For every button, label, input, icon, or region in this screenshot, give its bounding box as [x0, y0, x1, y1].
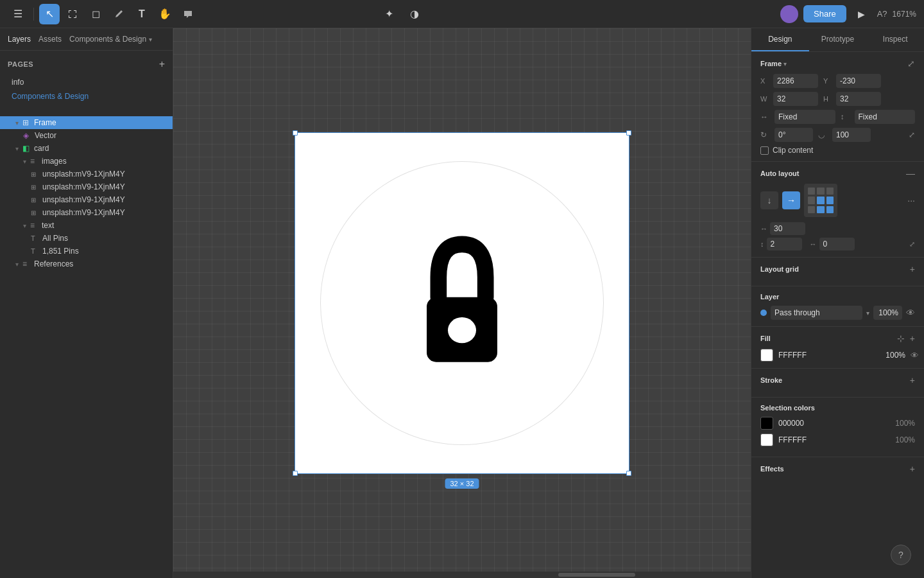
- img2-icon: ⊞: [31, 184, 40, 191]
- img1-layer-item[interactable]: ⊞ unsplash:mV9-1XjnM4Y: [0, 168, 173, 180]
- fill-eye-button[interactable]: 👁: [911, 351, 919, 360]
- left-panel: Layers Assets Components & Design ▾ Page…: [0, 28, 173, 578]
- svg-rect-5: [76, 10, 76, 13]
- fill-add-btn[interactable]: +: [910, 333, 915, 344]
- share-button[interactable]: Share: [803, 5, 846, 22]
- select-tool-button[interactable]: ↖: [39, 4, 60, 24]
- sel-color-1-swatch[interactable]: [760, 417, 773, 430]
- lock-icon: [398, 232, 526, 374]
- layer-section-title: Layer: [760, 293, 779, 301]
- frame-resize-icon[interactable]: ⤢: [907, 58, 915, 69]
- al-expand-padding-icon[interactable]: ⤢: [909, 240, 915, 249]
- frame-section-header: Frame ▾ ⤢: [760, 58, 915, 69]
- layers-tab[interactable]: Layers: [8, 33, 31, 45]
- play-button[interactable]: ▶: [851, 4, 872, 24]
- resize-handle-tl[interactable]: [293, 130, 298, 136]
- components-tab[interactable]: Components & Design ▾: [69, 35, 152, 44]
- al-cell-7: [808, 206, 815, 213]
- vector-layer-item[interactable]: ◈ Vector: [0, 129, 173, 142]
- frame-container[interactable]: 32 × 32: [295, 132, 629, 474]
- constraint-v-select[interactable]: FixedHugFill: [855, 110, 916, 124]
- stroke-section: Stroke +: [751, 369, 924, 398]
- resize-handle-tr[interactable]: [626, 130, 631, 136]
- hand-tool-button[interactable]: ✋: [155, 4, 175, 24]
- help-button[interactable]: ?: [891, 545, 911, 565]
- theme-icon-button[interactable]: ◑: [404, 4, 425, 24]
- frame-layer-item[interactable]: ▾ ⊞ Frame: [0, 116, 173, 129]
- auto-layout-header: Auto layout —: [760, 168, 915, 179]
- w-input[interactable]: [773, 92, 818, 106]
- card-layer-item[interactable]: ▾ ◧ card: [0, 142, 173, 155]
- sel-color-2-opacity: 100%: [895, 435, 915, 444]
- y-input[interactable]: [836, 74, 881, 88]
- clip-content-label: Clip content: [773, 146, 813, 155]
- references-layer-item[interactable]: ▾ ≡ References: [0, 258, 173, 270]
- prototype-tab[interactable]: Prototype: [809, 28, 867, 51]
- add-page-button[interactable]: +: [159, 58, 165, 70]
- images-layer-item[interactable]: ▾ ≡ images: [0, 155, 173, 168]
- frame-tool-button[interactable]: [62, 4, 83, 24]
- effects-add-btn[interactable]: +: [910, 464, 915, 474]
- canvas-scrollbar-h[interactable]: [173, 572, 751, 578]
- assets-tab[interactable]: Assets: [38, 33, 62, 45]
- pen-tool-button[interactable]: [108, 4, 129, 24]
- pages-section: Pages + info Components & Design: [0, 51, 173, 111]
- sel-color-row-2: FFFFFF 100%: [760, 434, 915, 446]
- layer-eye-button[interactable]: 👁: [906, 308, 915, 318]
- img3-layer-item[interactable]: ⊞ unsplash:mV9-1XjnM4Y: [0, 193, 173, 206]
- info-page-item[interactable]: info: [8, 75, 165, 89]
- img2-layer-item[interactable]: ⊞ unsplash:mV9-1XjnM4Y: [0, 180, 173, 193]
- blend-dot: [760, 310, 767, 316]
- rotation-input[interactable]: [774, 128, 813, 142]
- stroke-add-btn[interactable]: +: [910, 375, 915, 385]
- fill-hex-input[interactable]: [778, 351, 875, 360]
- img1-icon: ⊞: [31, 171, 40, 178]
- constraint-h-select[interactable]: FixedHugFill: [774, 110, 835, 124]
- x-input[interactable]: [773, 74, 818, 88]
- fill-opacity-input[interactable]: [880, 351, 905, 360]
- auto-layout-remove-btn[interactable]: —: [906, 168, 915, 179]
- allpins-name: All Pins: [42, 234, 68, 243]
- corner-input[interactable]: [832, 128, 871, 142]
- inspect-tab[interactable]: Inspect: [866, 28, 924, 51]
- plugin-icon-button[interactable]: ✦: [379, 4, 399, 24]
- al-padding-h-input[interactable]: [767, 238, 802, 250]
- al-spacing-input[interactable]: [770, 222, 805, 235]
- design-tab[interactable]: Design: [751, 28, 809, 51]
- blend-mode-select[interactable]: Pass through Normal Multiply Screen Over…: [771, 306, 862, 320]
- sel-color-2-swatch[interactable]: [760, 434, 773, 446]
- 1851pins-layer-item[interactable]: T 1,851 Pins: [0, 245, 173, 258]
- resize-handle-bl[interactable]: [293, 471, 298, 476]
- al-down-btn[interactable]: ↓: [760, 191, 778, 209]
- text-layer-chevron: ▾: [23, 222, 26, 229]
- w-label: W: [760, 95, 768, 103]
- text-tool-button[interactable]: T: [132, 4, 152, 24]
- svg-rect-7: [76, 15, 76, 18]
- fill-color-swatch[interactable]: [760, 349, 773, 362]
- fill-target-icon[interactable]: ⊹: [897, 333, 905, 344]
- components-design-page-item[interactable]: Components & Design: [8, 89, 165, 103]
- menu-button[interactable]: ☰: [8, 4, 28, 24]
- references-name: References: [34, 259, 73, 268]
- img3-icon: ⊞: [31, 197, 40, 204]
- al-right-btn[interactable]: →: [782, 191, 800, 209]
- resize-handle-br[interactable]: [626, 471, 631, 476]
- text-layer-item[interactable]: ▾ ≡ text: [0, 219, 173, 232]
- al-padding-v-input[interactable]: [819, 238, 855, 250]
- layout-grid-add-btn[interactable]: +: [910, 264, 915, 274]
- img4-layer-item[interactable]: ⊞ unsplash:mV9-1XjnM4Y: [0, 206, 173, 219]
- al-cell-6: [826, 197, 834, 204]
- canvas-area[interactable]: Frame 32 × 32: [173, 28, 751, 578]
- circle-background: [321, 162, 603, 444]
- al-more-btn[interactable]: ···: [907, 195, 915, 206]
- clip-content-checkbox[interactable]: [760, 146, 769, 155]
- opacity-input[interactable]: [873, 306, 902, 320]
- al-cell-3: [826, 188, 834, 195]
- frame-title-dropdown[interactable]: Frame ▾: [760, 60, 787, 67]
- expand-corners-icon[interactable]: ⤢: [909, 130, 915, 139]
- layer-blend-row: Pass through Normal Multiply Screen Over…: [760, 306, 915, 320]
- comment-tool-button[interactable]: [178, 4, 198, 24]
- shape-tool-button[interactable]: ◻: [85, 4, 106, 24]
- allpins-layer-item[interactable]: T All Pins: [0, 232, 173, 245]
- h-input[interactable]: [836, 92, 881, 106]
